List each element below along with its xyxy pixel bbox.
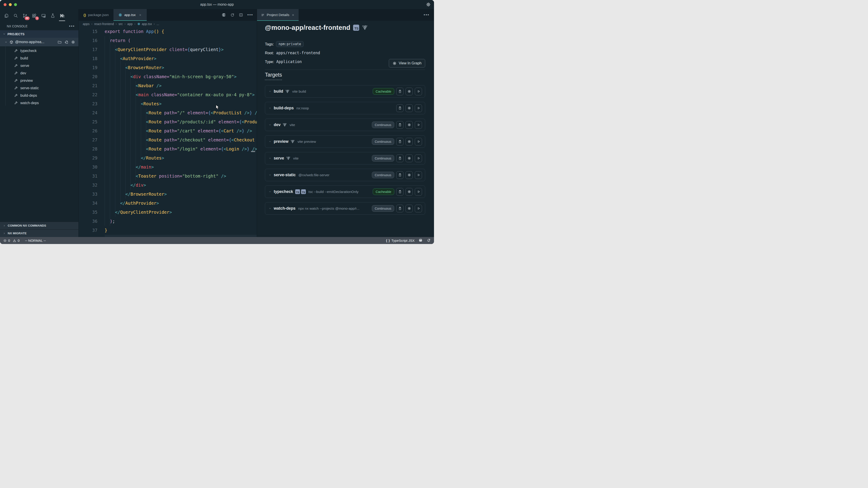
sidebar-section-nx-migrate[interactable]: NX MIGRATE xyxy=(0,229,79,237)
close-icon[interactable] xyxy=(291,13,295,17)
breadcrumb-apps[interactable]: apps xyxy=(83,22,90,26)
chevron-down-icon[interactable] xyxy=(268,123,272,127)
target-name[interactable]: dev xyxy=(274,123,281,127)
view-in-graph-button[interactable] xyxy=(405,188,413,196)
view-in-graph-button[interactable] xyxy=(405,138,413,145)
chevron-down-icon[interactable] xyxy=(268,207,272,210)
vite-icon xyxy=(290,139,295,144)
package-cube-icon xyxy=(9,40,13,44)
view-in-graph-button[interactable]: View In Graph xyxy=(389,59,425,68)
activity-extensions-icon[interactable]: 1 xyxy=(30,10,39,21)
copy-task-button[interactable] xyxy=(396,138,403,145)
activity-beaker-icon[interactable] xyxy=(48,10,57,21)
copy-task-button[interactable] xyxy=(396,121,403,129)
view-in-graph-button[interactable] xyxy=(405,205,413,213)
scrollbar-thumb[interactable] xyxy=(251,151,255,152)
target-name[interactable]: serve-static xyxy=(274,173,296,177)
code-line-32: 32 </div> xyxy=(79,181,257,190)
copy-task-button[interactable] xyxy=(396,205,403,213)
view-in-graph-button[interactable] xyxy=(405,88,413,95)
breadcrumb-src[interactable]: src xyxy=(119,22,123,26)
chevron-down-icon[interactable] xyxy=(268,173,272,177)
run-target-button[interactable] xyxy=(415,88,422,95)
error-count[interactable]: 0 xyxy=(8,238,10,242)
code-area[interactable]: 15export function App() {16 return (17 <… xyxy=(79,27,257,237)
view-in-graph-button[interactable] xyxy=(405,155,413,162)
chevron-down-icon[interactable] xyxy=(268,157,272,160)
tree-item-build-deps[interactable]: build-deps xyxy=(0,92,79,99)
activity-source-control-icon[interactable]: 32 xyxy=(20,10,30,21)
run-target-button[interactable] xyxy=(415,171,422,179)
warnings-icon[interactable] xyxy=(13,239,16,242)
activity-files-icon[interactable] xyxy=(2,10,11,21)
activity-search-icon[interactable] xyxy=(11,10,20,21)
close-window-button[interactable] xyxy=(4,3,6,6)
chevron-down-icon[interactable] xyxy=(268,190,272,193)
run-target-button[interactable] xyxy=(415,155,422,162)
tab-package.json[interactable]: {}package.json xyxy=(79,9,114,21)
target-name[interactable]: build xyxy=(274,89,283,94)
run-target-button[interactable] xyxy=(415,104,422,112)
run-target-button[interactable] xyxy=(415,205,422,213)
breadcrumb-app[interactable]: app xyxy=(127,22,132,26)
view-in-graph-button[interactable] xyxy=(405,121,413,129)
view-in-graph-button[interactable] xyxy=(405,104,413,112)
target-name[interactable]: watch-deps xyxy=(274,206,296,211)
target-name[interactable]: preview xyxy=(274,139,288,144)
chevron-down-icon[interactable] xyxy=(268,106,272,110)
tab-app.tsx[interactable]: app.tsx xyxy=(114,9,147,21)
chevron-down-icon[interactable] xyxy=(268,90,272,93)
breadcrumb-react-frontend[interactable]: react-frontend xyxy=(94,22,114,26)
view-in-graph-target-icon[interactable] xyxy=(71,40,75,44)
view-in-graph-button[interactable] xyxy=(405,171,413,179)
root-value: apps/react-frontend xyxy=(276,51,320,55)
settings-gear-icon[interactable] xyxy=(426,2,431,7)
run-target-button[interactable] xyxy=(415,138,422,145)
copilot-icon[interactable] xyxy=(418,238,423,243)
tree-item-serve-static[interactable]: serve-static xyxy=(0,84,79,92)
breadcrumb-...[interactable]: ... xyxy=(156,22,159,26)
tree-item-preview[interactable]: preview xyxy=(0,77,79,84)
project-tree-item[interactable]: @mono-app/rea... xyxy=(0,38,79,46)
targets-tree: typecheckbuildservedevpreviewserve-stati… xyxy=(0,46,79,107)
minimize-window-button[interactable] xyxy=(9,3,12,6)
tree-item-dev[interactable]: dev xyxy=(0,69,79,77)
language-mode[interactable]: { } TypeScript JSX xyxy=(386,238,414,242)
notifications-bell-icon[interactable] xyxy=(427,238,431,242)
tree-item-serve[interactable]: serve xyxy=(0,62,79,69)
open-project-details-icon[interactable] xyxy=(221,12,226,18)
copy-task-button[interactable] xyxy=(396,155,403,162)
activity-remote-icon[interactable] xyxy=(39,10,48,21)
target-name[interactable]: typecheck xyxy=(274,189,293,194)
copy-task-button[interactable] xyxy=(396,104,403,112)
badge-continuous: Continuous xyxy=(372,138,394,145)
warning-count[interactable]: 0 xyxy=(18,238,20,242)
chevron-down-icon[interactable] xyxy=(268,140,272,143)
activity-nx-icon[interactable] xyxy=(57,10,67,21)
breadcrumb-app.tsx[interactable]: app.tsx xyxy=(137,22,152,26)
copy-task-button[interactable] xyxy=(396,188,403,196)
run-target-button[interactable] xyxy=(415,188,422,196)
breadcrumb-separator: › xyxy=(134,22,135,26)
errors-icon[interactable] xyxy=(3,239,7,242)
folder-icon[interactable] xyxy=(57,40,62,44)
mouse-cursor xyxy=(215,104,220,110)
tree-item-watch-deps[interactable]: watch-deps xyxy=(0,99,79,107)
refresh-icon[interactable] xyxy=(230,13,235,17)
maximize-window-button[interactable] xyxy=(14,3,17,6)
tab-project-details[interactable]: Project Details xyxy=(257,9,299,21)
copy-task-button[interactable] xyxy=(396,88,403,95)
project-config-file-icon[interactable] xyxy=(64,40,68,44)
split-editor-icon[interactable] xyxy=(239,13,243,17)
close-icon[interactable] xyxy=(138,13,142,17)
project-name: @mono-app/rea... xyxy=(15,40,44,44)
target-name[interactable]: build-deps xyxy=(274,106,293,110)
tree-item-typecheck[interactable]: typecheck xyxy=(0,47,79,55)
target-name[interactable]: serve xyxy=(274,156,284,161)
tree-item-build[interactable]: build xyxy=(0,55,79,62)
run-target-button[interactable] xyxy=(415,121,422,129)
badge-continuous: Continuous xyxy=(372,172,394,178)
sidebar-section-common-nx-commands[interactable]: COMMON NX COMMANDS xyxy=(0,222,79,229)
projects-section-header[interactable]: PROJECTS xyxy=(0,30,79,38)
copy-task-button[interactable] xyxy=(396,171,403,179)
